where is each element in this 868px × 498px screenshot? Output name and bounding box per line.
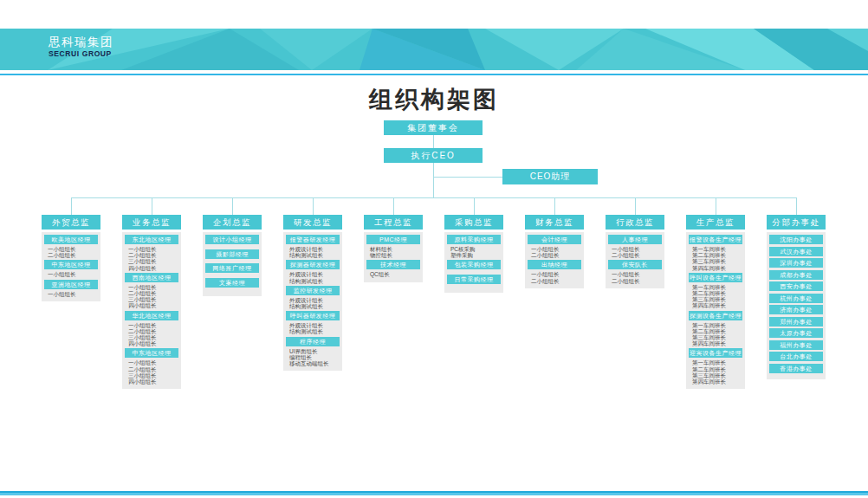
section-header: 成都办事处 <box>769 270 823 280</box>
connector-line <box>474 197 475 215</box>
connector-line <box>232 197 233 215</box>
connector-line <box>71 197 72 215</box>
section-item: 第一车间班长 <box>686 359 745 365</box>
section-header: 人事经理 <box>608 235 662 244</box>
section-header: 报警器研发经理 <box>286 235 340 244</box>
section-header: 文案经理 <box>205 278 259 288</box>
dept-panel: 报警器研发经理外观设计组长结构测试组长探测器研发经理外观设计组长结构测试组长监控… <box>283 232 342 371</box>
section-item: 一小组组长 <box>122 284 181 290</box>
dept-column-1: 外贸总监欧美地区经理一小组组长二小组组长中东地区经理一小组组长亚洲地区经理一小组… <box>42 215 100 301</box>
section-header: 监控研发经理 <box>286 286 340 295</box>
section-header: 日常采购经理 <box>447 275 501 284</box>
section-item: 第四车间班长 <box>686 378 745 385</box>
section-item: 四小组组长 <box>122 340 181 346</box>
dept-header: 生产总监 <box>686 215 745 230</box>
page-title: 组织构架图 <box>0 84 868 115</box>
section-item: 第三车间班长 <box>686 258 745 264</box>
dept-panel: 欧美地区经理一小组组长二小组组长中东地区经理一小组组长亚洲地区经理一小组组长 <box>42 232 100 301</box>
section-item: 第二车间班长 <box>686 328 745 334</box>
section-item: 第四车间班长 <box>686 340 745 346</box>
dept-column-8: 行政总监人事经理一小组组长二小组组长保安队长一小组组长二小组组长 <box>606 215 664 288</box>
section-item: 第三车间班长 <box>686 296 745 302</box>
section-item: 物控组长 <box>364 252 423 258</box>
dept-panel: 设计小组经理摄影部经理网络推广经理文案经理 <box>203 232 262 296</box>
section-header: 东北地区经理 <box>125 235 178 244</box>
section-header: 技术经理 <box>366 260 420 269</box>
section-item: 第二车间班长 <box>686 252 745 258</box>
section-item: 三小组组长 <box>122 372 181 378</box>
dept-column-6: 采购总监原料采购经理PC板采购塑件采购包装采购经理日常采购经理 <box>444 215 503 293</box>
dept-header: 财务总监 <box>525 215 584 230</box>
dept-panel: 会计经理一小组组长二小组组长出纳经理一小组组长二小组组长 <box>525 232 584 288</box>
dept-panel: 人事经理一小组组长二小组组长保安队长一小组组长二小组组长 <box>606 232 664 288</box>
section-header: 杭州办事处 <box>769 294 823 303</box>
dept-header: 研发总监 <box>283 215 342 230</box>
section-item: 结构测试组长 <box>283 328 342 334</box>
section-item: 结构测试组长 <box>283 252 342 258</box>
dept-header: 工程总监 <box>364 215 423 230</box>
board-node: 集团董事会 <box>384 120 483 135</box>
section-header: 报警设备生产经理 <box>689 235 742 244</box>
connector-line <box>433 177 502 178</box>
section-header: 西安办事处 <box>769 281 823 291</box>
section-item: 结构测试组长 <box>283 303 342 309</box>
section-header: 亚洲地区经理 <box>44 280 98 289</box>
section-header: 原料采购经理 <box>447 235 501 244</box>
connector-line <box>313 197 314 215</box>
section-item: 一小组组长 <box>42 291 100 297</box>
section-item: 一小组组长 <box>122 246 181 252</box>
section-item: 一小组组长 <box>606 271 664 277</box>
dept-column-9: 生产总监报警设备生产经理第一车间班长第二车间班长第三车间班长第四车间班长呼叫设备… <box>686 215 745 389</box>
section-item: PC板采购 <box>444 246 503 252</box>
logo-chinese-text: 思科瑞集团 <box>49 36 113 49</box>
section-header: 设计小组经理 <box>205 235 259 244</box>
ceo-assistant-node: CEO助理 <box>502 169 598 184</box>
section-item: 二小组组长 <box>122 290 181 296</box>
section-header: 香港办事处 <box>769 364 823 373</box>
section-item: 三小组组长 <box>122 334 181 340</box>
section-item: 二小组组长 <box>122 252 181 258</box>
logo-english-text: SECRUI GROUP <box>49 50 113 58</box>
dept-panel: 报警设备生产经理第一车间班长第二车间班长第三车间班长第四车间班长呼叫设备生产经理… <box>686 232 745 389</box>
section-item: 三小组组长 <box>122 296 181 302</box>
dept-panel: 东北地区经理一小组组长二小组组长三小组组长四小组组长西南地区经理一小组组长二小组… <box>122 232 181 389</box>
dept-column-3: 企划总监设计小组经理摄影部经理网络推广经理文案经理 <box>203 215 262 296</box>
section-header: 中东地区经理 <box>125 348 178 358</box>
dept-panel: PMC经理材料组长物控组长技术经理QC组长 <box>364 232 423 282</box>
connector-line <box>716 197 716 215</box>
section-item: 第三车间班长 <box>686 372 745 378</box>
section-header: 台北办事处 <box>769 352 823 361</box>
dept-header: 外贸总监 <box>42 215 100 230</box>
connector-line <box>393 197 394 215</box>
section-header: 程序经理 <box>286 337 340 346</box>
section-header: 呼叫器研发经理 <box>286 311 340 320</box>
dept-header: 分部办事处 <box>767 215 826 230</box>
dept-panel: 原料采购经理PC板采购塑件采购包装采购经理日常采购经理 <box>444 232 503 293</box>
section-header: 包装采购经理 <box>447 260 501 269</box>
section-item: 第四车间班长 <box>686 265 745 271</box>
section-item: 四小组组长 <box>122 378 181 385</box>
section-header: 会计经理 <box>528 235 581 244</box>
section-item: 四小组组长 <box>122 265 181 271</box>
section-header: 探测器研发经理 <box>286 260 340 269</box>
section-item: 二小组组长 <box>606 252 664 258</box>
section-header: 出纳经理 <box>528 260 581 269</box>
section-item: 一小组组长 <box>525 246 584 252</box>
dept-column-7: 财务总监会计经理一小组组长二小组组长出纳经理一小组组长二小组组长 <box>525 215 584 288</box>
section-header: PMC经理 <box>366 235 420 244</box>
section-header: 郑州办事处 <box>769 317 823 327</box>
dept-column-5: 工程总监PMC经理材料组长物控组长技术经理QC组长 <box>364 215 423 282</box>
org-chart-page: 思科瑞集团 SECRUI GROUP 组织构架图 集团董事会 执行CEO CEO… <box>0 0 868 498</box>
section-item: 二小组组长 <box>122 366 181 372</box>
section-item: 一小组组长 <box>606 246 664 252</box>
dept-header: 采购总监 <box>444 215 503 230</box>
section-header: 福州办事处 <box>769 340 823 350</box>
section-item: 第一车间班长 <box>686 322 745 328</box>
section-header: 探测设备生产经理 <box>689 311 742 320</box>
section-item: 第四车间班长 <box>686 302 745 308</box>
connector-line <box>152 197 152 215</box>
company-logo: 思科瑞集团 SECRUI GROUP <box>49 36 113 58</box>
section-header: 迎宾设备生产经理 <box>689 348 742 358</box>
section-header: 武汉办事处 <box>769 247 823 256</box>
dept-column-10: 分部办事处沈阳办事处武汉办事处深圳办事处成都办事处西安办事处杭州办事处济南办事处… <box>767 215 826 379</box>
